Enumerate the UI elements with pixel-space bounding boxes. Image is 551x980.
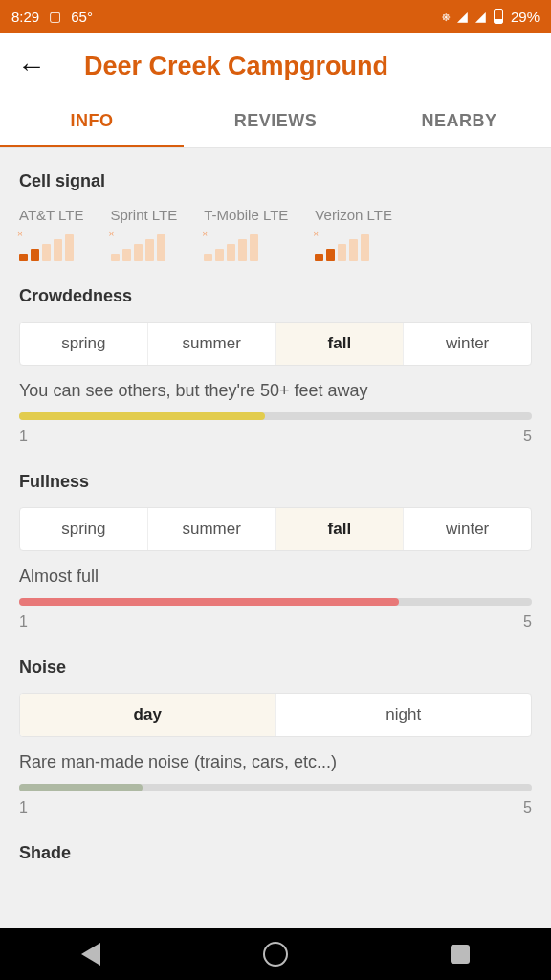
signal-sprint: Sprint LTE ×	[111, 207, 178, 261]
x-icon: ×	[313, 229, 319, 239]
fullness-title: Fullness	[19, 472, 532, 492]
cell-icon: ◢	[475, 9, 486, 24]
signal-bars-icon: ×	[19, 233, 84, 261]
meter-labels: 1 5	[19, 428, 532, 445]
crowdedness-desc: You can see others, but they're 50+ feet…	[19, 381, 532, 401]
season-winter[interactable]: winter	[404, 323, 531, 365]
tab-info[interactable]: INFO	[0, 90, 184, 147]
crowdedness-title: Crowdedness	[19, 286, 532, 306]
page-title: Deer Creek Campground	[84, 52, 388, 81]
season-fall[interactable]: fall	[276, 323, 405, 365]
signal-tmobile: T-Mobile LTE ×	[204, 207, 288, 261]
meter-min: 1	[19, 799, 28, 816]
fullness-meter	[19, 598, 532, 606]
season-fall[interactable]: fall	[276, 508, 405, 550]
status-bar: 8:29 ▢ 65° ⎈ ◢ ◢ 29%	[0, 0, 551, 33]
wifi-icon: ◢	[457, 9, 468, 24]
signal-label: Sprint LTE	[111, 207, 178, 223]
tabs: INFO REVIEWS NEARBY	[0, 90, 551, 148]
status-temp: 65°	[71, 9, 93, 25]
noise-night[interactable]: night	[276, 694, 532, 736]
nav-back-icon[interactable]	[81, 943, 100, 966]
meter-fill	[19, 598, 399, 606]
nav-recent-icon[interactable]	[451, 945, 470, 964]
content: Cell signal AT&T LTE × Sprint LTE × T-Mo…	[0, 148, 551, 928]
fullness-desc: Almost full	[19, 567, 532, 587]
photo-icon: ▢	[49, 9, 61, 24]
nav-home-icon[interactable]	[263, 942, 288, 967]
signal-att: AT&T LTE ×	[19, 207, 84, 261]
battery-percent: 29%	[511, 9, 540, 25]
x-icon: ×	[202, 229, 208, 239]
signal-bars-icon: ×	[315, 233, 392, 261]
battery-icon	[494, 9, 503, 24]
x-icon: ×	[109, 229, 115, 239]
cell-signal-title: Cell signal	[19, 171, 532, 191]
signal-label: Verizon LTE	[315, 207, 392, 223]
meter-labels: 1 5	[19, 799, 532, 816]
season-summer[interactable]: summer	[148, 323, 276, 365]
meter-min: 1	[19, 613, 28, 631]
season-spring[interactable]: spring	[20, 323, 148, 365]
meter-max: 5	[523, 799, 532, 816]
back-button[interactable]: ←	[17, 50, 46, 82]
location-icon: ⎈	[442, 9, 450, 24]
meter-fill	[19, 784, 143, 791]
noise-day[interactable]: day	[20, 694, 276, 736]
android-nav-bar	[0, 928, 551, 980]
tab-reviews[interactable]: REVIEWS	[184, 90, 367, 147]
noise-title: Noise	[19, 657, 532, 678]
season-spring[interactable]: spring	[20, 508, 148, 550]
season-summer[interactable]: summer	[148, 508, 276, 550]
noise-options: day night	[19, 693, 532, 737]
fullness-seasons: spring summer fall winter	[19, 507, 532, 551]
status-time: 8:29	[11, 9, 39, 25]
meter-min: 1	[19, 428, 28, 445]
crowdedness-seasons: spring summer fall winter	[19, 322, 532, 366]
crowdedness-meter	[19, 412, 532, 420]
noise-meter	[19, 784, 532, 791]
season-winter[interactable]: winter	[404, 508, 531, 550]
shade-title: Shade	[19, 843, 532, 863]
tab-nearby[interactable]: NEARBY	[367, 90, 551, 147]
signal-bars-icon: ×	[204, 233, 288, 261]
meter-labels: 1 5	[19, 613, 532, 631]
signal-row: AT&T LTE × Sprint LTE × T-Mobile LTE × V…	[19, 207, 532, 261]
signal-label: T-Mobile LTE	[204, 207, 288, 223]
meter-max: 5	[523, 613, 532, 631]
signal-bars-icon: ×	[111, 233, 178, 261]
header: ← Deer Creek Campground	[0, 33, 551, 90]
meter-fill	[19, 412, 265, 420]
meter-max: 5	[523, 428, 532, 445]
signal-verizon: Verizon LTE ×	[315, 207, 392, 261]
x-icon: ×	[17, 229, 23, 239]
noise-desc: Rare man-made noise (trains, cars, etc..…	[19, 752, 532, 772]
signal-label: AT&T LTE	[19, 207, 84, 223]
